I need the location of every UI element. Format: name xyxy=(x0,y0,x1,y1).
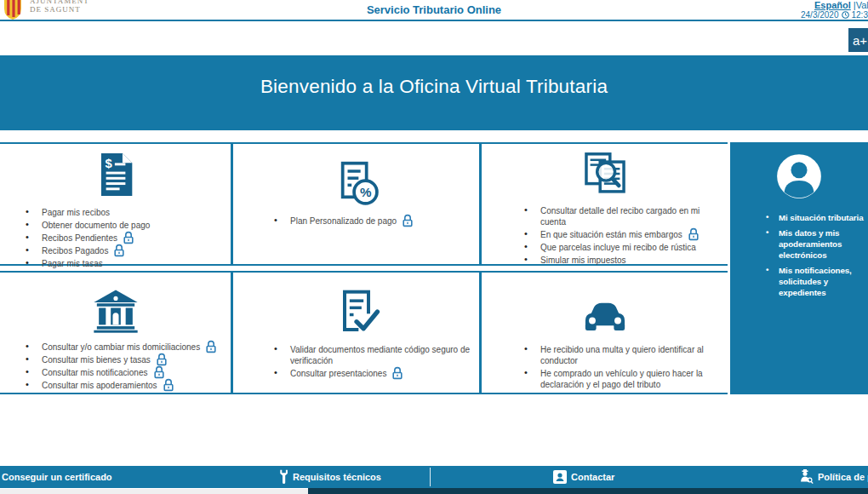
language-link-spanish[interactable]: Español xyxy=(814,0,851,10)
card-validate-documents-list: Validar documentos mediante código segur… xyxy=(233,344,479,381)
link-consultar-presentaciones[interactable]: Consultar presentaciones xyxy=(274,368,474,379)
lock-icon xyxy=(153,368,165,376)
card-consult-receipts-list: Consultar detalle del recibo cargado en … xyxy=(482,205,728,267)
page-title: Servicio Tributario Online xyxy=(0,3,868,16)
link-situacion-embargos[interactable]: En que situación están mis embargos xyxy=(524,229,722,240)
lock-icon xyxy=(688,230,700,238)
card-vehicles: He recibido una multa y quiero identific… xyxy=(479,273,728,393)
link-validar-documentos[interactable]: Validar documentos mediante código segur… xyxy=(274,344,474,366)
link-declaracion-vehiculo[interactable]: He comprado un vehículo y quiero hacer l… xyxy=(524,368,722,390)
lock-icon xyxy=(123,233,134,241)
link-bienes-y-tasas[interactable]: Consultar mis bienes y tasas xyxy=(26,354,226,365)
svg-text:%: % xyxy=(360,185,372,199)
language-switcher: Español |Vale xyxy=(814,0,868,10)
link-consultar-detalle-recibo[interactable]: Consultar detalle del recibo cargado en … xyxy=(524,205,722,227)
privacy-spy-icon xyxy=(798,469,814,485)
clock-icon xyxy=(842,11,849,19)
card-receipts-list: Pagar mis recibos Obtener documento de p… xyxy=(0,207,231,271)
link-recibos-pendientes[interactable]: Recibos Pendientes xyxy=(26,233,226,244)
card-vehicles-list: He recibido una multa y quiero identific… xyxy=(482,344,728,392)
user-icon xyxy=(776,153,822,199)
contact-card-icon xyxy=(553,470,567,484)
payment-plan-icon: % xyxy=(332,159,381,207)
footer-link-certificado[interactable]: Conseguir un certificado xyxy=(2,466,112,488)
card-payment-plan-list: Plan Personalizado de pago xyxy=(233,215,479,228)
footer-link-requisitos[interactable]: Requisitos técnicos xyxy=(279,466,381,488)
search-documents-icon xyxy=(580,151,630,197)
wrench-icon xyxy=(279,469,288,485)
personal-area-panel: Mi situación tributaria Mis datos y mis … xyxy=(730,142,868,394)
bank-icon xyxy=(92,289,140,333)
document-check-icon xyxy=(333,288,380,336)
link-pagar-mis-recibos[interactable]: Pagar mis recibos xyxy=(26,207,226,218)
card-bank: Consultar y/o cambiar mis domiciliacione… xyxy=(0,273,231,393)
link-domiciliaciones[interactable]: Consultar y/o cambiar mis domiciliacione… xyxy=(26,342,226,353)
lock-icon xyxy=(205,342,217,350)
svg-text:$: $ xyxy=(105,157,111,170)
footer-separator xyxy=(430,468,431,486)
date-text: 24/3/2020 xyxy=(801,10,839,20)
font-increase-button[interactable]: a+ xyxy=(848,28,868,52)
welcome-title: Bienvenido a la Oficina Virtual Tributar… xyxy=(260,76,608,98)
link-parcelas-rustica[interactable]: Que parcelas incluye mi recibo de rústic… xyxy=(524,242,722,253)
page: AJUNTAMENT DE SAGUNT Servicio Tributario… xyxy=(0,0,868,494)
lock-icon xyxy=(402,216,414,224)
horizontal-scrollbar[interactable] xyxy=(0,488,868,494)
datetime: 24/3/2020 12:3 xyxy=(801,10,868,20)
link-mis-datos-apoderamientos[interactable]: Mis datos y mis apoderamientos electróni… xyxy=(766,227,865,261)
link-apoderamientos[interactable]: Consultar mis apoderamientos xyxy=(26,380,226,391)
header: AJUNTAMENT DE SAGUNT Servicio Tributario… xyxy=(0,0,868,21)
lock-icon xyxy=(163,381,174,388)
link-identificar-conductor[interactable]: He recibido una multa y quiero identific… xyxy=(524,344,722,366)
link-mi-situacion-tributaria[interactable]: Mi situación tributaria xyxy=(766,212,865,223)
card-validate-documents: Validar documentos mediante código segur… xyxy=(231,273,479,393)
car-icon xyxy=(580,300,631,336)
card-consult-receipts: Consultar detalle del recibo cargado en … xyxy=(479,144,728,264)
cards-row-2: Consultar y/o cambiar mis domiciliacione… xyxy=(0,271,728,394)
link-obtener-documento-pago[interactable]: Obtener documento de pago xyxy=(26,220,226,231)
lock-icon xyxy=(113,246,125,254)
link-mis-notificaciones-solicitudes[interactable]: Mis notificaciones, solicitudes y expedi… xyxy=(766,265,865,298)
personal-area-list: Mi situación tributaria Mis datos y mis … xyxy=(730,212,868,298)
cards-row-1: $ Pagar mis recibos Obtener documento de… xyxy=(0,142,728,266)
time-text: 12:3 xyxy=(852,10,868,20)
welcome-banner: Bienvenido a la Oficina Virtual Tributar… xyxy=(0,55,868,130)
card-payment-plan: % Plan Personalizado de pago xyxy=(231,144,479,264)
language-link-valencian[interactable]: Vale xyxy=(856,0,868,10)
link-plan-personalizado[interactable]: Plan Personalizado de pago xyxy=(274,215,474,227)
link-pagar-mis-tasas[interactable]: Pagar mis tasas xyxy=(26,258,226,269)
lock-icon xyxy=(391,369,403,376)
invoice-icon: $ xyxy=(94,151,137,198)
link-simular-impuestos[interactable]: Simular mis impuestos xyxy=(524,255,722,266)
footer-link-contactar[interactable]: Contactar xyxy=(553,466,614,488)
link-notificaciones[interactable]: Consultar mis notificaciones xyxy=(26,367,226,378)
card-bank-list: Consultar y/o cambiar mis domiciliacione… xyxy=(0,342,231,393)
footer-link-privacidad[interactable]: Política de priva xyxy=(798,466,868,488)
footer: Conseguir un certificado Requisitos técn… xyxy=(0,466,868,488)
link-recibos-pagados[interactable]: Recibos Pagados xyxy=(26,245,226,256)
lock-icon xyxy=(156,355,168,363)
card-receipts: $ Pagar mis recibos Obtener documento de… xyxy=(0,144,231,264)
scrollbar-thumb[interactable] xyxy=(0,488,308,494)
